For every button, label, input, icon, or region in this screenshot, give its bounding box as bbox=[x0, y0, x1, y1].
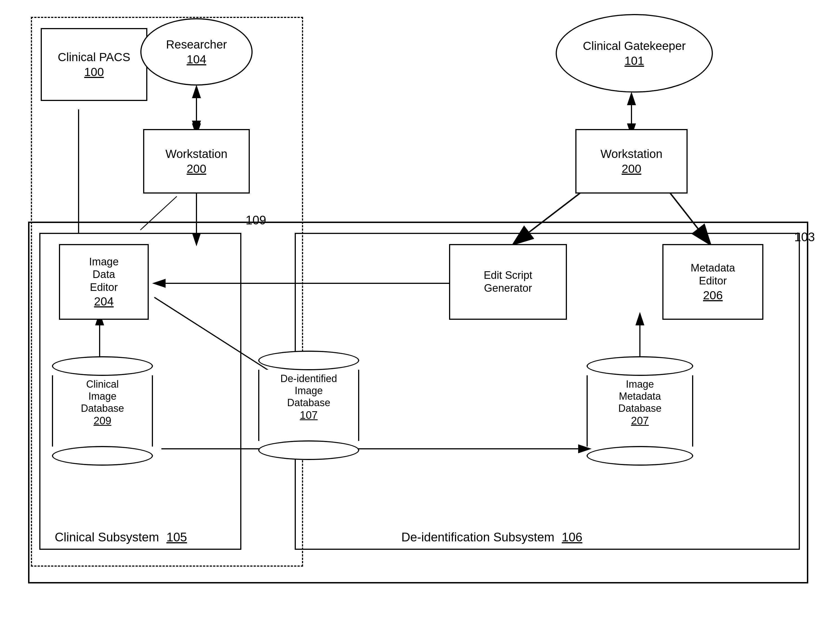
metadata-editor-number: 206 bbox=[703, 288, 723, 302]
workstation-right-box: Workstation 200 bbox=[575, 129, 688, 193]
clinical-image-db-number: 209 bbox=[94, 415, 111, 427]
clinical-gatekeeper-label: Clinical Gatekeeper bbox=[583, 39, 686, 53]
workstation-left-number: 200 bbox=[187, 162, 206, 176]
image-metadata-db-label: ImageMetadataDatabase bbox=[618, 378, 662, 414]
edit-script-generator-label: Edit ScriptGenerator bbox=[483, 269, 532, 294]
clinical-gatekeeper-number: 101 bbox=[583, 54, 686, 68]
clinical-pacs-number: 100 bbox=[84, 65, 104, 79]
diagram: Clinical PACS 100 Researcher 104 Worksta… bbox=[0, 0, 840, 623]
researcher-number: 104 bbox=[166, 53, 227, 66]
image-data-editor-number: 204 bbox=[94, 295, 114, 308]
clinical-pacs-label: Clinical PACS bbox=[58, 50, 130, 64]
clinical-image-db-label: ClinicalImageDatabase bbox=[81, 378, 124, 414]
researcher-label: Researcher bbox=[166, 38, 227, 52]
clinical-image-db-cylinder: ClinicalImageDatabase 209 bbox=[52, 356, 153, 466]
clinical-subsystem-label: Clinical Subsystem 105 bbox=[55, 530, 187, 544]
deidentified-image-db-label: De-identifiedImageDatabase bbox=[280, 373, 337, 408]
metadata-editor-label: MetadataEditor bbox=[691, 262, 735, 287]
workstation-left-label: Workstation bbox=[166, 147, 228, 161]
image-metadata-db-cylinder: ImageMetadataDatabase 207 bbox=[586, 356, 693, 466]
edit-script-generator-box: Edit ScriptGenerator bbox=[449, 244, 567, 320]
workstation-right-number: 200 bbox=[622, 162, 641, 176]
deidentification-subsystem-label: De-identification Subsystem 106 bbox=[402, 530, 582, 544]
ref-103: 103 bbox=[794, 230, 815, 244]
researcher-ellipse: Researcher 104 bbox=[140, 18, 252, 86]
clinical-pacs-box: Clinical PACS 100 bbox=[41, 28, 147, 101]
ref-109: 109 bbox=[246, 213, 266, 227]
metadata-editor-box: MetadataEditor 206 bbox=[662, 244, 763, 320]
deidentified-image-db-cylinder: De-identifiedImageDatabase 107 bbox=[258, 351, 359, 460]
deidentified-image-db-number: 107 bbox=[300, 409, 317, 421]
workstation-right-label: Workstation bbox=[601, 147, 663, 161]
workstation-left-box: Workstation 200 bbox=[143, 129, 250, 193]
image-data-editor-label: ImageDataEditor bbox=[89, 256, 119, 293]
image-metadata-db-number: 207 bbox=[631, 415, 649, 427]
clinical-gatekeeper-ellipse: Clinical Gatekeeper 101 bbox=[556, 14, 713, 92]
image-data-editor-box: ImageDataEditor 204 bbox=[59, 244, 149, 320]
